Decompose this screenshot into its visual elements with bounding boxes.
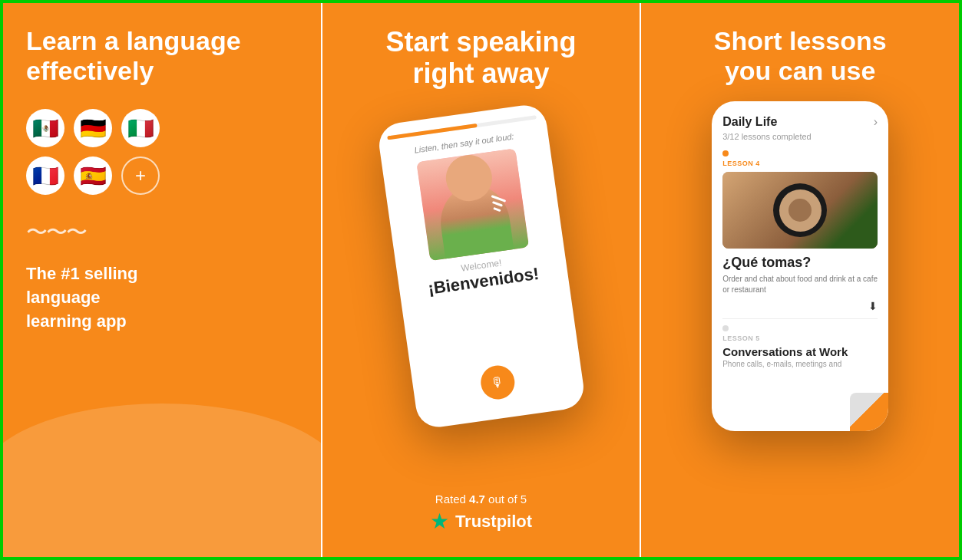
flag-spain: 🇪🇸 — [74, 156, 112, 195]
flag-germany: 🇩🇪 — [74, 109, 112, 147]
lesson4-label: LESSON 4 — [722, 160, 878, 167]
panel-lessons: Short lessons you can use Daily Life › 3… — [641, 3, 959, 557]
lesson5-label: LESSON 5 — [722, 334, 878, 342]
flag-mexico: 🇲🇽 — [26, 109, 64, 147]
panel1-title: Learn a language effectively — [26, 26, 298, 86]
lesson4-desc: Order and chat about food and drink at a… — [722, 274, 878, 295]
app-container: Learn a language effectively 🇲🇽 🇩🇪 🇮🇹 🇫🇷… — [3, 3, 959, 557]
page-curl-decoration — [850, 393, 888, 431]
lesson5-desc: Phone calls, e-mails, meetings and — [722, 360, 878, 368]
progress-fill — [387, 124, 477, 140]
lesson5-title: Conversations at Work — [722, 345, 878, 358]
panel2-center: Start speaking right away Listen, then s… — [345, 26, 617, 534]
rating-text: Rated 4.7 out of 5 — [322, 492, 640, 506]
rating-value: 4.7 — [469, 492, 485, 506]
flags-grid: 🇲🇽 🇩🇪 🇮🇹 🇫🇷 🇪🇸 + — [26, 109, 298, 195]
panel3-title: Short lessons you can use — [714, 26, 887, 86]
phone-mockup-lessons: Daily Life › 3/12 lessons completed LESS… — [712, 101, 888, 431]
download-icon[interactable]: ⬇ — [722, 300, 878, 312]
mic-button[interactable]: 🎙 — [478, 363, 517, 401]
flag-italy: 🇮🇹 — [121, 109, 160, 147]
phone-person-image — [416, 148, 529, 261]
sparkle-2 — [491, 201, 502, 207]
lesson5-dot — [722, 325, 729, 331]
chevron-icon: › — [874, 115, 878, 129]
trustpilot-row: ★ Trustpilot — [322, 509, 640, 534]
phone2-inner: Daily Life › 3/12 lessons completed LESS… — [712, 101, 888, 431]
more-languages-button[interactable]: + — [121, 156, 160, 195]
lesson-section-header: Daily Life › — [722, 115, 878, 129]
panel3-content: Short lessons you can use Daily Life › 3… — [664, 26, 936, 431]
flag-france: 🇫🇷 — [26, 156, 64, 195]
panel1-curve-decoration — [3, 404, 321, 557]
mic-icon: 🎙 — [489, 374, 505, 391]
rating-section: Rated 4.7 out of 5 ★ Trustpilot — [322, 492, 640, 534]
panel1-subtitle: The #1 selling language learning app — [26, 262, 298, 333]
lesson4-image — [722, 172, 878, 249]
wave-decoration: 〜〜〜 — [26, 218, 298, 247]
lesson4-title: ¿Qué tomas? — [722, 255, 878, 271]
phone-mockup-speaking: Listen, then say it out loud: Welcome! ¡… — [376, 102, 587, 430]
trustpilot-star: ★ — [430, 509, 449, 534]
section-title: Daily Life — [722, 115, 777, 129]
panel-speaking: Start speaking right away Listen, then s… — [322, 3, 640, 557]
lessons-completed: 3/12 lessons completed — [722, 132, 878, 141]
trustpilot-label: Trustpilot — [455, 512, 532, 532]
panel-learn: Learn a language effectively 🇲🇽 🇩🇪 🇮🇹 🇫🇷… — [3, 3, 321, 557]
panel2-title: Start speaking right away — [385, 26, 576, 90]
lesson-divider — [722, 318, 878, 319]
lesson4-dot — [722, 150, 729, 156]
